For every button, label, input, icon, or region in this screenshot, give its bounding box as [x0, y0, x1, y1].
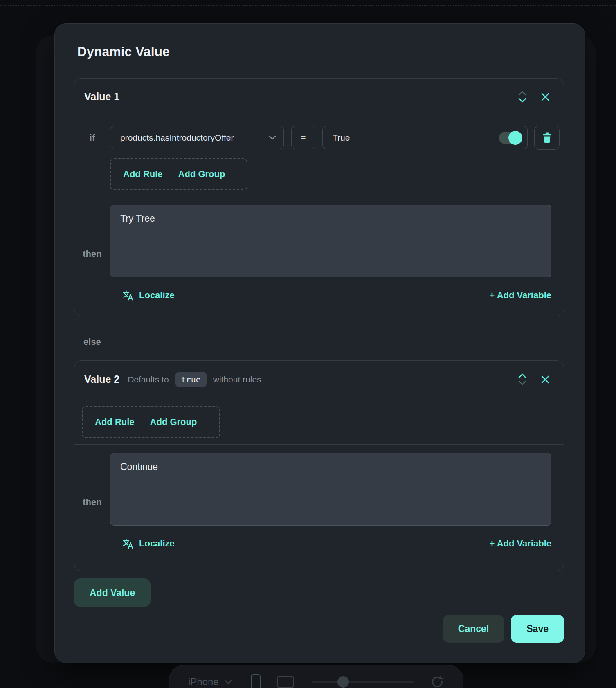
- condition-field-select[interactable]: products.hasIntroductoryOffer: [110, 126, 284, 149]
- refresh-button[interactable]: [430, 675, 444, 688]
- localize-button[interactable]: Localize: [122, 538, 175, 549]
- page-title: Dynamic Value: [77, 43, 564, 60]
- close-icon[interactable]: [540, 92, 550, 102]
- slider-knob[interactable]: [337, 676, 349, 688]
- condition-value-toggle[interactable]: [499, 132, 521, 144]
- value2-rules-section: Add Rule Add Group: [74, 398, 564, 445]
- localize-label: Localize: [139, 290, 175, 301]
- translate-icon: [122, 290, 134, 301]
- defaults-prefix: Defaults to: [128, 375, 169, 384]
- localize-button[interactable]: Localize: [122, 290, 175, 301]
- refresh-icon: [430, 675, 444, 688]
- modal-footer: Cancel Save: [74, 615, 564, 643]
- value1-header: Value 1: [74, 79, 564, 115]
- delete-rule-button[interactable]: [534, 126, 560, 150]
- condition-field-value: products.hasIntroductoryOffer: [120, 133, 269, 143]
- value2-then-section: then Continue Localize + Add Variable: [74, 445, 564, 571]
- add-variable-button[interactable]: + Add Variable: [490, 290, 551, 301]
- landscape-orientation-icon[interactable]: [277, 676, 294, 688]
- close-icon[interactable]: [540, 375, 550, 384]
- chevron-down-icon[interactable]: [518, 380, 526, 385]
- value1-reorder-control[interactable]: [518, 91, 526, 103]
- portrait-orientation-icon[interactable]: [251, 674, 261, 688]
- value1-rules-section: if products.hasIntroductoryOffer = True: [74, 115, 564, 196]
- trash-icon: [542, 132, 552, 143]
- device-select[interactable]: iPhone: [188, 676, 232, 688]
- add-rule-button[interactable]: Add Rule: [123, 169, 163, 180]
- save-button[interactable]: Save: [511, 615, 564, 643]
- default-value-pill: true: [175, 372, 207, 387]
- chevron-down-icon: [225, 680, 232, 684]
- value2-add-rule-group-box: Add Rule Add Group: [82, 406, 220, 438]
- then-label: then: [74, 453, 110, 552]
- add-variable-button[interactable]: + Add Variable: [490, 538, 551, 549]
- top-dotted-divider: [0, 5, 616, 6]
- chevron-up-icon[interactable]: [518, 373, 526, 378]
- condition-value-box[interactable]: True: [322, 126, 528, 149]
- add-group-button[interactable]: Add Group: [178, 169, 225, 180]
- value1-then-section: then Try Tree Localize + Add Variable: [74, 196, 564, 316]
- device-preview-toolbar: iPhone: [169, 665, 463, 688]
- value2-header: Value 2 Defaults to true without rules: [74, 361, 564, 398]
- value2-card: Value 2 Defaults to true without rules A…: [74, 360, 564, 571]
- add-group-button[interactable]: Add Group: [150, 417, 197, 427]
- chevron-down-icon[interactable]: [518, 98, 526, 103]
- value2-text-input[interactable]: Continue: [110, 453, 551, 526]
- localize-label: Localize: [139, 538, 175, 549]
- translate-icon: [122, 538, 134, 549]
- else-label: else: [83, 337, 564, 347]
- value1-card: Value 1 if products.hasIntroductoryOffer…: [74, 78, 564, 316]
- chevron-up-icon[interactable]: [518, 91, 526, 96]
- value1-add-rule-group-box: Add Rule Add Group: [110, 158, 247, 190]
- defaults-suffix: without rules: [213, 375, 261, 384]
- add-value-button[interactable]: Add Value: [74, 578, 151, 607]
- dynamic-value-modal: Dynamic Value Value 1 if products.hasInt…: [54, 23, 585, 663]
- then-label: then: [74, 205, 110, 304]
- value1-condition-row: if products.hasIntroductoryOffer = True: [74, 126, 560, 150]
- toggle-knob: [508, 131, 522, 145]
- chevron-down-icon: [269, 135, 276, 140]
- value2-title: Value 2: [84, 373, 119, 385]
- value1-title: Value 1: [84, 91, 119, 103]
- condition-value-text: True: [333, 133, 350, 143]
- zoom-slider[interactable]: [312, 681, 414, 683]
- device-select-label: iPhone: [188, 676, 219, 688]
- value2-reorder-control[interactable]: [518, 373, 526, 385]
- value1-text-input[interactable]: Try Tree: [110, 205, 551, 277]
- cancel-button[interactable]: Cancel: [443, 615, 504, 643]
- condition-operator[interactable]: =: [291, 126, 315, 149]
- add-rule-button[interactable]: Add Rule: [95, 417, 135, 427]
- if-label: if: [74, 133, 110, 143]
